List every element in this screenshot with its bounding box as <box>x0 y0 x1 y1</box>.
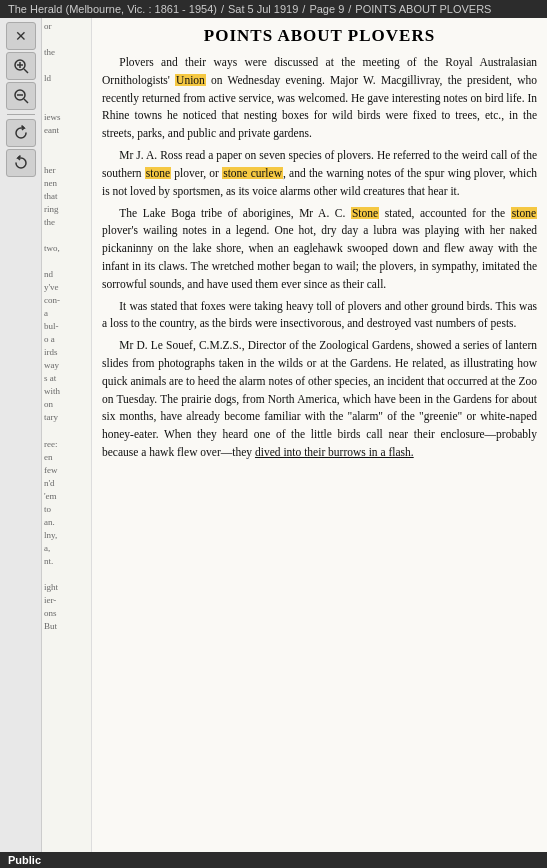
highlight-stone-name: Stone <box>351 207 379 219</box>
paragraph-3: The Lake Boga tribe of aborigines, Mr A.… <box>102 205 537 294</box>
svg-line-1 <box>24 69 28 73</box>
paragraph-2: Mr J. A. Ross read a paper on seven spec… <box>102 147 537 200</box>
breadcrumb-sep3: / <box>348 3 351 15</box>
zoom-in-icon <box>13 58 29 74</box>
refresh-icon <box>13 125 29 141</box>
article-area[interactable]: POINTS ABOUT PLOVERS Plovers and their w… <box>92 18 547 852</box>
main-area: ✕ <box>0 18 547 852</box>
article-body: Plovers and their ways were discussed at… <box>102 54 537 462</box>
public-label: Public <box>8 854 41 866</box>
paragraph-1: Plovers and their ways were discussed at… <box>102 54 537 143</box>
svg-line-5 <box>24 99 28 103</box>
left-toolbar: ✕ <box>0 18 42 852</box>
zoom-in-button[interactable] <box>6 52 36 80</box>
bottom-bar: Public <box>0 852 547 868</box>
highlight-stone-plover: stone <box>145 167 171 179</box>
breadcrumb-date: Sat 5 Jul 1919 <box>228 3 298 15</box>
breadcrumb-source: The Herald (Melbourne, Vic. : 1861 - 195… <box>8 3 217 15</box>
undo-button[interactable] <box>6 149 36 177</box>
zoom-out-button[interactable] <box>6 82 36 110</box>
close-button[interactable]: ✕ <box>6 22 36 50</box>
refresh-button[interactable] <box>6 119 36 147</box>
highlight-union: Union <box>175 74 206 86</box>
highlight-stone-curlew: stone curlew <box>222 167 283 179</box>
toolbar-divider <box>7 114 35 115</box>
article-title: POINTS ABOUT PLOVERS <box>102 26 537 46</box>
breadcrumb-section: POINTS ABOUT PLOVERS <box>355 3 491 15</box>
breadcrumb-page: Page 9 <box>309 3 344 15</box>
breadcrumb-sep2: / <box>302 3 305 15</box>
undo-icon <box>13 155 29 171</box>
paragraph-4: It was stated that foxes were taking hea… <box>102 298 537 334</box>
paragraph-5: Mr D. Le Souef, C.M.Z.S., Director of th… <box>102 337 537 462</box>
breadcrumb-bar: The Herald (Melbourne, Vic. : 1861 - 195… <box>0 0 547 18</box>
left-context-strip: ortheldiewseanthernenthatringthetwo,ndy'… <box>42 18 92 852</box>
zoom-out-icon <box>13 88 29 104</box>
breadcrumb-sep1: / <box>221 3 224 15</box>
underlined-text: dived into their burrows in a flash. <box>255 446 414 458</box>
highlight-stone-legend: stone <box>511 207 537 219</box>
